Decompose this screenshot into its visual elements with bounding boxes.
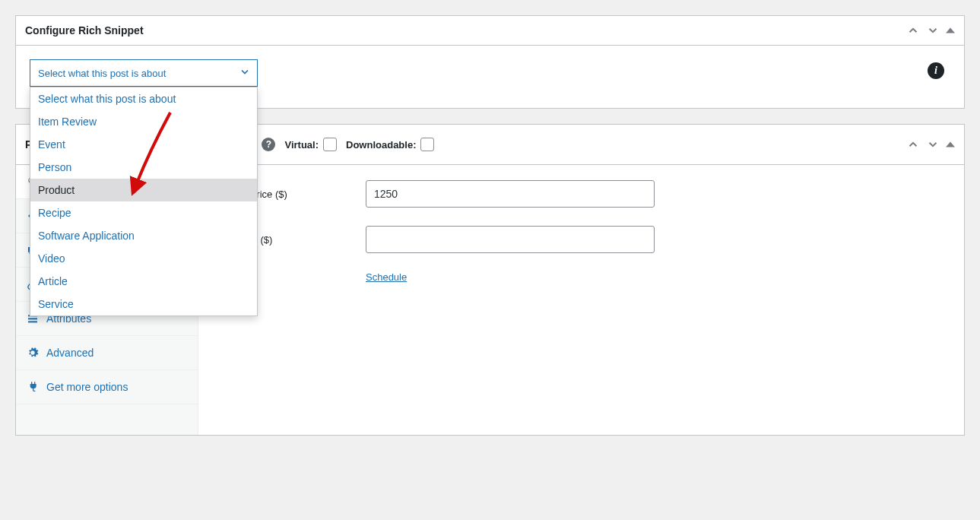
dropdown-option-event[interactable]: Event — [30, 133, 257, 156]
downloadable-label: Downloadable: — [346, 138, 434, 151]
product-general-content: Regular price ($) Sale price ($) Schedul… — [198, 165, 964, 435]
rich-snippet-header: Configure Rich Snippet — [16, 16, 964, 46]
virtual-label: Virtual: — [284, 138, 337, 151]
chevron-down-icon — [239, 66, 251, 81]
dropdown-option-service[interactable]: Service — [30, 293, 257, 315]
post-type-select-box[interactable]: Select what this post is about — [30, 59, 258, 87]
dropdown-option-item-review[interactable]: Item Review — [30, 110, 257, 133]
dropdown-option-recipe[interactable]: Recipe — [30, 201, 257, 224]
virtual-checkbox[interactable] — [323, 138, 337, 151]
panel-move-up-icon[interactable] — [906, 138, 920, 151]
gear-icon — [27, 347, 39, 359]
svg-marker-0 — [946, 27, 955, 33]
tab-get-more-options[interactable]: Get more options — [16, 370, 198, 404]
post-type-select[interactable]: Select what this post is about Select wh… — [30, 59, 258, 87]
rich-snippet-title: Configure Rich Snippet — [25, 24, 144, 36]
panel-toggle-icon[interactable] — [946, 26, 955, 35]
sale-price-input[interactable] — [366, 226, 655, 253]
svg-rect-5 — [28, 318, 37, 319]
regular-price-row: Regular price ($) — [214, 180, 949, 208]
svg-rect-6 — [28, 321, 37, 322]
tab-label: Get more options — [46, 381, 128, 393]
tab-advanced[interactable]: Advanced — [16, 336, 198, 370]
post-type-dropdown: Select what this post is aboutItem Revie… — [30, 87, 258, 316]
tab-label: Advanced — [46, 347, 94, 359]
dropdown-option-person[interactable]: Person — [30, 156, 257, 179]
dropdown-option-video[interactable]: Video — [30, 247, 257, 270]
downloadable-checkbox[interactable] — [420, 138, 434, 151]
help-icon[interactable]: ? — [262, 138, 275, 151]
schedule-link[interactable]: Schedule — [366, 271, 407, 283]
rich-snippet-body: i Select what this post is about Select … — [16, 46, 964, 108]
post-type-select-label: Select what this post is about — [38, 68, 166, 79]
dropdown-option-article[interactable]: Article — [30, 270, 257, 293]
sale-price-row: Sale price ($) — [214, 226, 949, 253]
info-icon[interactable]: i — [928, 62, 944, 79]
panel-move-down-icon[interactable] — [926, 138, 940, 151]
panel-toggle-icon[interactable] — [946, 140, 955, 149]
panel-move-up-icon[interactable] — [906, 24, 920, 37]
plug-icon — [27, 381, 39, 393]
panel-header-controls — [906, 138, 955, 151]
dropdown-option-product[interactable]: Product — [30, 179, 257, 201]
panel-header-controls — [906, 24, 955, 37]
svg-marker-1 — [946, 141, 955, 147]
regular-price-input[interactable] — [366, 180, 655, 208]
dropdown-option-select-what-this-post-is-about[interactable]: Select what this post is about — [30, 87, 257, 110]
rich-snippet-panel: Configure Rich Snippet i Select what thi… — [15, 15, 965, 109]
dropdown-option-software-application[interactable]: Software Application — [30, 224, 257, 247]
panel-move-down-icon[interactable] — [926, 24, 940, 37]
